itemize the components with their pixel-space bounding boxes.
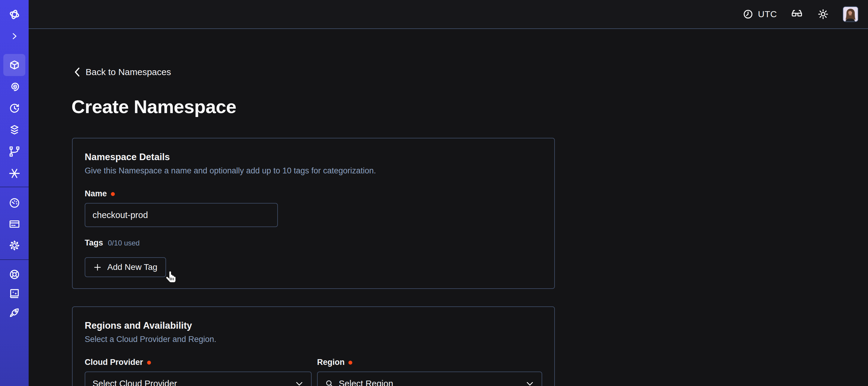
sidebar-divider <box>0 259 29 260</box>
required-dot <box>348 361 352 364</box>
name-field-label: Name <box>85 188 542 199</box>
plus-icon <box>93 263 101 271</box>
sidebar-divider <box>0 187 29 187</box>
getting-started-icon <box>8 307 21 319</box>
back-to-namespaces-link[interactable]: Back to Namespaces <box>73 67 171 77</box>
regions-availability-card: Regions and Availability Select a Cloud … <box>72 306 555 386</box>
cloud-provider-label: Cloud Provider <box>85 357 312 367</box>
page-title: Create Namespace <box>71 96 236 117</box>
region-label: Region <box>317 357 542 367</box>
region-select[interactable]: Select Region <box>317 372 542 386</box>
chevron-down-icon <box>525 379 534 386</box>
card-title: Regions and Availability <box>85 320 542 331</box>
sidebar-item-docs[interactable] <box>3 283 25 304</box>
clock-icon <box>742 8 754 20</box>
mouse-cursor <box>164 270 178 286</box>
nexus-icon <box>8 167 21 180</box>
required-dot <box>111 192 115 196</box>
namespaces-icon <box>8 59 21 71</box>
schedules-icon <box>8 102 21 115</box>
tags-header: Tags 0/10 used <box>85 238 542 248</box>
tags-counter: 0/10 used <box>108 239 140 247</box>
support-icon <box>8 268 21 281</box>
sidebar-item-getting-started[interactable] <box>3 302 25 324</box>
chevron-down-icon <box>295 379 304 386</box>
expand-chevron-icon[interactable] <box>3 25 25 47</box>
sidebar-item-usage[interactable] <box>3 192 25 214</box>
user-avatar[interactable] <box>843 6 858 22</box>
theme-toggle[interactable] <box>817 8 830 21</box>
sidebar-item-workflows[interactable] <box>3 76 25 97</box>
batch-operations-icon <box>8 124 21 136</box>
add-new-tag-button[interactable]: Add New Tag <box>85 257 166 277</box>
workflows-icon <box>8 80 21 93</box>
sidebar-item-settings[interactable] <box>3 235 25 256</box>
billing-icon <box>8 218 21 230</box>
card-title: Namespace Details <box>85 152 542 162</box>
create-namespace-page: UTC <box>0 0 868 386</box>
sun-icon <box>817 8 830 21</box>
topbar: UTC <box>29 0 868 29</box>
labs-mode-toggle[interactable] <box>790 7 804 21</box>
docs-icon <box>8 287 21 300</box>
sidebar-item-support[interactable] <box>3 264 25 285</box>
card-subtitle: Select a Cloud Provider and Region. <box>85 334 542 345</box>
add-tag-label: Add New Tag <box>107 262 157 272</box>
deployments-icon <box>8 145 21 158</box>
region-label-text: Region <box>317 357 345 367</box>
name-label-text: Name <box>85 188 107 199</box>
timezone-label: UTC <box>758 9 777 19</box>
sidebar-item-schedules[interactable] <box>3 97 25 119</box>
search-icon <box>325 379 334 386</box>
glasses-icon <box>790 7 804 21</box>
cloud-provider-label-text: Cloud Provider <box>85 357 143 367</box>
settings-icon <box>8 239 21 252</box>
usage-icon <box>8 197 21 209</box>
tags-label: Tags <box>85 238 103 248</box>
sidebar-item-nexus[interactable] <box>3 162 25 184</box>
chevron-left-icon <box>73 67 81 77</box>
sidebar <box>0 0 29 386</box>
temporal-logo[interactable] <box>3 4 25 25</box>
sidebar-item-batch-operations[interactable] <box>3 119 25 141</box>
namespace-name-input[interactable] <box>85 203 278 227</box>
timezone-selector[interactable]: UTC <box>742 8 777 20</box>
sidebar-item-billing[interactable] <box>3 213 25 235</box>
region-placeholder: Select Region <box>339 379 393 386</box>
sidebar-item-namespaces[interactable] <box>3 54 25 76</box>
cloud-provider-select[interactable]: Select Cloud Provider <box>85 372 312 386</box>
cloud-provider-placeholder: Select Cloud Provider <box>93 379 177 386</box>
sidebar-item-deployments[interactable] <box>3 141 25 162</box>
namespace-details-card: Namespace Details Give this Namespace a … <box>72 138 555 289</box>
back-link-label: Back to Namespaces <box>86 67 171 77</box>
required-dot <box>147 361 151 364</box>
card-subtitle: Give this Namespace a name and optionall… <box>85 166 542 176</box>
